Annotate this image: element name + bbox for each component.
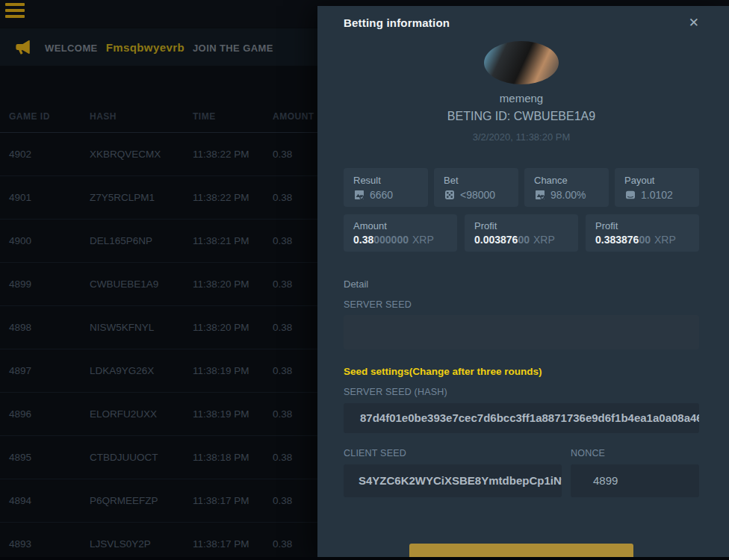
user-avatar[interactable] xyxy=(484,41,559,84)
cell-time: 11:38:17 PM xyxy=(193,538,273,550)
cell-hash: CWBUEBE1A9 xyxy=(90,279,193,290)
col-header-hash: HASH xyxy=(90,111,193,122)
nonce-label: NONCE xyxy=(571,448,699,458)
cell-game-id: 4899 xyxy=(9,279,90,290)
amount-label: Amount xyxy=(353,220,457,231)
col-header-time: TIME xyxy=(193,111,273,122)
banner-welcome: WELCOME xyxy=(45,43,98,54)
detail-section-label: Detail xyxy=(344,279,699,290)
bet-amounts-row: Amount 0.38000000XRP Profit 0.00387600XR… xyxy=(344,214,699,252)
dice-icon xyxy=(444,189,456,201)
cell-game-id: 4893 xyxy=(9,538,90,550)
stat-chance: Chance 98.00% xyxy=(524,168,609,207)
modal-title: Betting information xyxy=(344,16,450,29)
chart-check-icon xyxy=(534,189,546,201)
amount-dim: 000000 xyxy=(373,234,409,246)
cell-game-id: 4898 xyxy=(9,322,90,333)
nonce-field[interactable]: 4899 xyxy=(571,464,699,497)
amount-strong: 0.38 xyxy=(353,234,373,246)
cell-game-id: 4902 xyxy=(9,149,90,160)
cell-game-id: 4894 xyxy=(9,495,90,506)
cell-time: 11:38:18 PM xyxy=(193,452,273,463)
cell-time: 11:38:19 PM xyxy=(193,408,273,420)
banner-username: Fmsqbwyevrb xyxy=(106,41,184,54)
server-seed-field[interactable] xyxy=(344,315,699,349)
betting-information-modal: Betting information ✕ memeng BETING ID: … xyxy=(317,6,729,560)
server-seed-hash-field[interactable]: 87d4f01e0be393e7cec7d6bcc3ff1a8871736e9d… xyxy=(344,403,699,433)
cell-game-id: 4897 xyxy=(9,365,90,376)
cell-time: 11:38:20 PM xyxy=(193,279,273,290)
coin-icon xyxy=(624,189,636,201)
stat-label: Bet xyxy=(444,175,518,186)
stat-result: Result 6660 xyxy=(344,168,428,207)
bottom-edge xyxy=(0,557,729,560)
betting-id: BETING ID: CWBUEBE1A9 xyxy=(344,110,699,123)
amount-currency: XRP xyxy=(654,234,676,246)
hamburger-menu-icon[interactable] xyxy=(5,3,31,24)
client-seed-label: CLIENT SEED xyxy=(344,448,562,458)
server-seed-label: SERVER SEED xyxy=(344,299,699,310)
stat-payout: Payout 1.0102 xyxy=(615,168,699,207)
cell-game-id: 4896 xyxy=(9,408,90,420)
close-icon[interactable]: ✕ xyxy=(689,16,699,29)
megaphone-icon xyxy=(12,37,33,57)
banner-text: WELCOME Fmsqbwyevrb JOIN THE GAME xyxy=(45,41,273,54)
client-seed-field[interactable]: S4YZC6K2WYCiXSBE8YmtdbepCp1iNwz xyxy=(344,464,562,497)
chart-check-icon xyxy=(353,189,365,201)
cell-game-id: 4895 xyxy=(9,452,90,463)
amount-strong: 0.383876 xyxy=(595,234,639,246)
amount-currency: XRP xyxy=(533,234,555,246)
amount-currency: XRP xyxy=(412,234,434,246)
col-header-game-id: GAME ID xyxy=(9,111,90,122)
cell-hash: XKBRQVECMX xyxy=(90,149,193,160)
stat-value: 6660 xyxy=(370,189,393,201)
modal-header: Betting information ✕ xyxy=(344,16,699,29)
profit-total-box: Profit 0.38387600XRP xyxy=(586,214,699,252)
amount-label: Profit xyxy=(595,220,699,231)
amount-box: Amount 0.38000000XRP xyxy=(344,214,457,252)
cell-time: 11:38:19 PM xyxy=(193,365,273,376)
stat-bet: Bet <98000 xyxy=(434,168,518,207)
cell-time: 11:38:22 PM xyxy=(193,149,273,160)
stat-value: <98000 xyxy=(460,189,495,201)
cell-game-id: 4901 xyxy=(9,192,90,203)
profit-box: Profit 0.00387600XRP xyxy=(465,214,578,252)
stat-value: 1.0102 xyxy=(641,189,673,201)
stat-label: Chance xyxy=(534,175,609,186)
cell-time: 11:38:21 PM xyxy=(193,235,273,246)
cell-hash: P6QRMEEFZP xyxy=(90,495,193,506)
cell-hash: LDKA9YG26X xyxy=(90,365,193,376)
amount-dim: 00 xyxy=(518,234,530,246)
cell-hash: LJSVLS0Y2P xyxy=(90,538,193,550)
amount-label: Profit xyxy=(474,220,578,231)
stat-value: 98.00% xyxy=(550,189,586,201)
amount-dim: 00 xyxy=(639,234,651,246)
cell-hash: ELORFU2UXX xyxy=(90,408,193,420)
cell-time: 11:38:20 PM xyxy=(193,322,273,333)
cell-time: 11:38:17 PM xyxy=(193,495,273,506)
stat-label: Result xyxy=(353,175,428,186)
bet-stats-row: Result 6660 Bet <98000 xyxy=(344,168,699,207)
seed-settings-heading: Seed settings(Change after three rounds) xyxy=(344,366,699,377)
stat-label: Payout xyxy=(624,175,699,186)
cell-hash: NISW5KFNYL xyxy=(90,322,193,333)
username: memeng xyxy=(344,92,699,105)
bet-datetime: 3/2/2020, 11:38:20 PM xyxy=(344,131,699,143)
cell-game-id: 4900 xyxy=(9,235,90,246)
cell-hash: DEL165P6NP xyxy=(90,235,193,246)
amount-strong: 0.003876 xyxy=(474,234,518,246)
cell-hash: Z7Y5RCLPM1 xyxy=(90,192,193,203)
client-seed-row: CLIENT SEED S4YZC6K2WYCiXSBE8YmtdbepCp1i… xyxy=(344,448,699,497)
cell-time: 11:38:22 PM xyxy=(193,192,273,203)
server-seed-hash-label: SERVER SEED (HASH) xyxy=(344,387,699,397)
cell-hash: CTBDJUUOCT xyxy=(90,452,193,463)
banner-join: JOIN THE GAME xyxy=(193,43,273,54)
